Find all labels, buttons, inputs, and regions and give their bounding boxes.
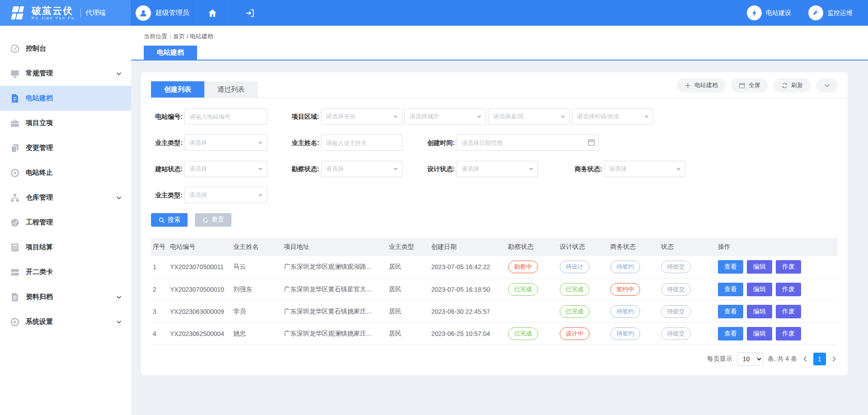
city-select[interactable]: 请选择城市 (405, 108, 486, 125)
calculator-icon (10, 242, 20, 252)
lightning-icon (747, 5, 762, 20)
build-status-select[interactable]: 请选择 (184, 161, 267, 177)
pagination: 每页显示 10 条, 共 4 条 1 (141, 352, 838, 366)
edit-button[interactable]: 编辑 (747, 327, 772, 340)
chevron-down-icon (116, 294, 122, 300)
sidebar-item-data-archive[interactable]: 资料归档 (0, 284, 131, 309)
sitemap-icon (10, 193, 20, 203)
caret-down-icon (477, 116, 481, 118)
per-page-select[interactable]: 10 (737, 352, 763, 366)
chevron-down-icon (116, 70, 122, 77)
caret-down-icon (258, 142, 263, 145)
edit-button[interactable]: 编辑 (747, 283, 772, 296)
view-button[interactable]: 查看 (718, 327, 743, 340)
user-name: 超级管理员 (156, 9, 189, 17)
station-no-input[interactable] (184, 108, 267, 125)
status-badge: 已完成 (508, 283, 538, 296)
province-select[interactable]: 请选择省份 (321, 108, 402, 125)
table-row: 3YX2023063000009学员广东深圳龙华区黄石镇姚家庄...居民2023… (151, 300, 838, 322)
logo-icon (9, 5, 27, 21)
county-select[interactable]: 请选择县/区 (488, 108, 570, 125)
design-status-label: 设计状态: (410, 161, 455, 177)
sidebar-item-type2-card[interactable]: 开二类卡 (0, 260, 131, 284)
void-button[interactable]: 作废 (776, 283, 801, 296)
user-icon (138, 8, 148, 18)
business-status-label: 商务状态: (558, 161, 602, 177)
copy-icon (10, 143, 20, 153)
sidebar-item-settlement[interactable]: 项目结算 (0, 235, 131, 260)
status-badge: 待提交 (661, 261, 691, 273)
tab-passed-list[interactable]: 通过列表 (204, 81, 258, 98)
logout-button[interactable] (231, 0, 268, 26)
design-status-select[interactable]: 请选择 (457, 161, 538, 177)
user-menu[interactable]: 超级管理员 (131, 0, 193, 26)
owner-type2-label: 业主类型: (141, 187, 183, 203)
owner-type-select[interactable]: 请选择 (184, 135, 267, 151)
void-button[interactable]: 作废 (776, 305, 801, 318)
sidebar-item-engineering[interactable]: 工程管理 (0, 210, 131, 235)
monitor-icon (10, 69, 20, 79)
fullscreen-button[interactable]: 全屏 (731, 78, 768, 93)
view-button[interactable]: 查看 (718, 283, 743, 296)
target-icon (10, 168, 20, 178)
region-label: 项目区域: (275, 108, 319, 125)
logo: 破茧云伏 Po Jian Yun Fu 代理端 (0, 0, 131, 26)
gauge-icon (10, 218, 20, 228)
view-button[interactable]: 查看 (718, 260, 743, 274)
status-badge: 待提交 (661, 327, 691, 340)
nav-monitor-ops[interactable]: 监控运维 (808, 5, 853, 20)
void-button[interactable]: 作废 (776, 327, 801, 340)
status-badge: 签约中 (610, 283, 640, 296)
date-range-input[interactable] (457, 135, 599, 151)
briefcase-icon (10, 118, 20, 128)
void-button[interactable]: 作废 (776, 260, 801, 274)
sidebar-item-station-termination[interactable]: 电站终止 (0, 160, 131, 185)
business-status-select[interactable]: 请选择 (604, 161, 685, 177)
sidebar-item-general-mgmt[interactable]: 常规管理 (0, 61, 131, 86)
logout-icon (245, 8, 255, 18)
sidebar-item-console[interactable]: 控制台 (0, 36, 131, 61)
caret-down-icon (393, 168, 398, 171)
home-button[interactable] (193, 0, 231, 26)
nav-station-build[interactable]: 电站建设 (747, 5, 791, 20)
town-select[interactable]: 请选择村镇/街道 (572, 108, 653, 125)
plus-icon (684, 82, 691, 89)
sidebar-item-system-settings[interactable]: 系统设置 (0, 309, 131, 334)
calendar-icon (587, 138, 595, 146)
reset-button[interactable]: 重置 (195, 213, 231, 227)
prev-page-icon[interactable] (802, 355, 809, 363)
add-station-button[interactable]: 电站建档 (677, 78, 726, 93)
sidebar-item-project-approval[interactable]: 项目立项 (0, 111, 131, 135)
view-button[interactable]: 查看 (718, 305, 743, 318)
page-number-button[interactable]: 1 (813, 353, 826, 365)
caret-down-icon (529, 168, 533, 171)
collapse-toolbar-button[interactable] (816, 78, 838, 93)
status-badge: 已完成 (560, 283, 590, 296)
caret-down-icon (258, 168, 263, 171)
breadcrumb: 当前位置：首页 / 电站建档 (131, 26, 868, 41)
owner-type2-select[interactable]: 请选择 (184, 187, 267, 203)
status-badge: 待提交 (661, 283, 691, 296)
survey-status-select[interactable]: 请选择 (321, 161, 402, 177)
document-icon (10, 93, 20, 103)
sidebar-item-change-mgmt[interactable]: 变更管理 (0, 135, 131, 160)
dashboard-icon (10, 44, 20, 54)
page-tab[interactable]: 电站建档 (144, 46, 197, 60)
archive-icon (10, 292, 20, 302)
edit-button[interactable]: 编辑 (747, 305, 772, 318)
top-header: 破茧云伏 Po Jian Yun Fu 代理端 超级管理员 (0, 0, 868, 26)
app-title: 破茧云伏 (32, 6, 75, 16)
next-page-icon[interactable] (830, 355, 838, 363)
status-badge: 待设计 (560, 261, 590, 273)
search-button[interactable]: 搜索 (151, 213, 188, 227)
refresh-button[interactable]: 刷新 (774, 78, 811, 93)
sidebar-item-station-archive[interactable]: 电站建档 (0, 86, 131, 111)
status-badge: 待签约 (610, 305, 640, 318)
filter-form: 电站编号: 项目区域: 请选择省份 请选择城市 请选择县/区 请选择村镇/街道 … (141, 108, 848, 230)
chevron-down-icon (116, 319, 122, 325)
settings-icon (10, 317, 20, 327)
tab-create-list[interactable]: 创建列表 (151, 81, 204, 98)
edit-button[interactable]: 编辑 (747, 260, 772, 274)
owner-name-input[interactable] (321, 135, 402, 151)
sidebar-item-warehouse[interactable]: 仓库管理 (0, 185, 131, 210)
